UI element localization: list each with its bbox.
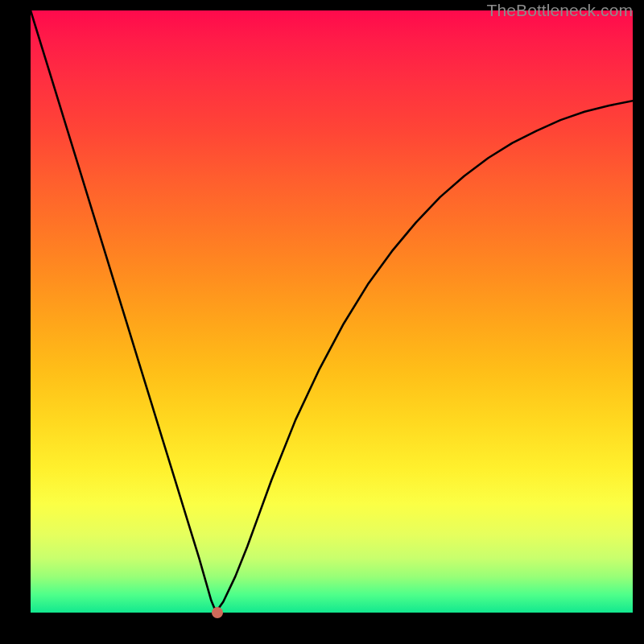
plot-area [31, 10, 633, 613]
chart-frame: TheBottleneck.com [0, 0, 644, 644]
bottleneck-curve [31, 10, 633, 613]
optimal-point-marker [212, 607, 223, 618]
watermark-text: TheBottleneck.com [487, 1, 633, 20]
